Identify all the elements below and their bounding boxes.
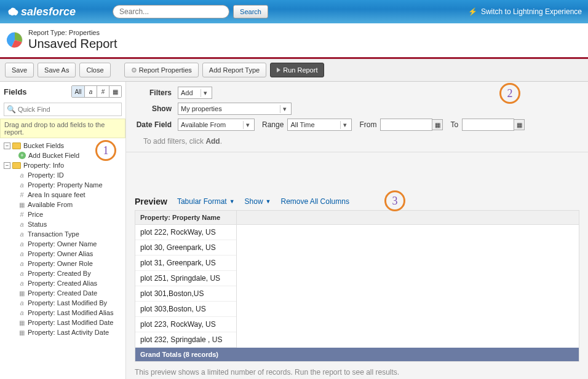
text-type-icon: a [18, 270, 25, 277]
column-header[interactable]: Property: Property Name [135, 211, 236, 225]
filters-panel: Filters Add▾ Show My properties▾ Date Fi… [126, 82, 588, 152]
drag-drop-hint: Drag and drop to add fields to the repor… [0, 119, 125, 138]
collapse-icon[interactable]: − [4, 162, 10, 169]
collapse-icon[interactable]: − [4, 143, 10, 149]
field-item[interactable]: aProperty: Last Modified By [18, 298, 123, 308]
pill-number[interactable]: # [97, 86, 109, 97]
date-type-icon: ▦ [18, 201, 25, 208]
field-item[interactable]: #Area In square feet [18, 190, 123, 200]
text-type-icon: a [18, 299, 25, 307]
date-type-icon: ▦ [18, 319, 25, 326]
field-item[interactable]: ▦Property: Last Activity Date [18, 327, 123, 337]
field-item[interactable]: aStatus [18, 219, 123, 229]
field-item[interactable]: aProperty: Owner Role [18, 259, 123, 268]
number-type-icon: # [18, 191, 25, 198]
table-row[interactable]: plot 251, Springdale, US [135, 271, 236, 286]
search-input[interactable] [113, 5, 229, 18]
field-item[interactable]: aProperty: Last Modified Alias [18, 308, 123, 318]
field-item[interactable]: aProperty: Created By [18, 268, 123, 278]
property-info-folder[interactable]: − Property: Info [2, 160, 123, 170]
calendar-icon[interactable]: ▦ [432, 119, 443, 130]
from-date-input[interactable] [380, 119, 432, 131]
remove-all-columns-link[interactable]: Remove All Columns [281, 197, 349, 206]
table-row[interactable]: plot 223, RockWay, US [135, 317, 236, 332]
add-icon: + [18, 152, 26, 159]
report-name: Unsaved Report [28, 37, 117, 51]
add-filters-hint: To add filters, click Add. [135, 135, 582, 146]
chevron-down-icon: ▾ [201, 89, 209, 97]
table-row[interactable]: plot 303,Boston, US [135, 302, 236, 317]
field-label: Property: Created By [28, 270, 91, 277]
lightning-icon: ⚡ [468, 7, 477, 16]
add-filter-dropdown[interactable]: Add▾ [178, 87, 212, 99]
field-item[interactable]: aProperty: Property Name [18, 180, 123, 190]
calendar-icon[interactable]: ▦ [514, 119, 525, 130]
folder-icon [12, 143, 21, 149]
field-item[interactable]: aProperty: ID [18, 170, 123, 180]
text-type-icon: a [18, 260, 25, 267]
empty-column-header [237, 211, 579, 225]
chevron-down-icon: ▾ [243, 121, 252, 129]
field-label: Property: Owner Alias [28, 250, 93, 257]
text-type-icon: a [18, 171, 25, 179]
table-row[interactable]: plot 31, Greenpark, US [135, 256, 236, 271]
preview-header: Preview Tabular Format▼ Show▼ Remove All… [126, 189, 588, 210]
field-item[interactable]: #Price [18, 209, 123, 219]
field-label: Property: Created Alias [28, 279, 97, 287]
save-as-button[interactable]: Save As [38, 63, 76, 77]
pill-date[interactable]: ▦ [109, 86, 121, 97]
report-toolbar: Save Save As Close ⚙ Report Properties A… [0, 59, 588, 82]
field-item[interactable]: ▦Property: Last Modified Date [18, 318, 123, 327]
preview-heading: Preview [135, 197, 167, 206]
pill-text[interactable]: a [84, 86, 97, 97]
switch-to-lightning-link[interactable]: ⚡ Switch to Lightning Experience [468, 7, 582, 16]
save-button[interactable]: Save [5, 63, 34, 77]
date-field-dropdown[interactable]: Available From▾ [178, 119, 255, 131]
field-label: Area In square feet [28, 191, 85, 198]
text-type-icon: a [18, 181, 25, 189]
field-label: Price [28, 211, 43, 218]
field-label: Property: Last Modified Alias [28, 309, 113, 316]
field-item[interactable]: ▦Property: Created Date [18, 288, 123, 298]
quick-find-input[interactable] [4, 103, 122, 116]
field-item[interactable]: aProperty: Created Alias [18, 278, 123, 288]
close-button[interactable]: Close [79, 63, 110, 77]
search-button[interactable]: Search [233, 5, 268, 18]
from-label: From [359, 120, 376, 129]
add-report-type-button[interactable]: Add Report Type [202, 63, 266, 77]
field-label: Property: Last Modified Date [28, 319, 113, 326]
field-item[interactable]: ▦Available From [18, 200, 123, 209]
show-dropdown-preview[interactable]: Show▼ [245, 197, 271, 206]
tabular-format-dropdown[interactable]: Tabular Format▼ [177, 197, 235, 206]
number-type-icon: # [18, 211, 25, 218]
to-date-input[interactable] [462, 119, 514, 131]
date-type-icon: ▦ [18, 290, 25, 297]
table-row[interactable]: plot 301,Boston,US [135, 286, 236, 302]
chevron-down-icon: ▼ [229, 198, 235, 205]
range-dropdown[interactable]: All Time▾ [287, 119, 352, 131]
field-label: Property: Last Activity Date [28, 329, 109, 336]
table-row[interactable]: plot 30, Greenpark, US [135, 240, 236, 256]
text-type-icon: a [18, 309, 25, 316]
annotation-2: 2 [499, 83, 520, 104]
report-properties-button[interactable]: ⚙ Report Properties [124, 63, 199, 77]
field-item[interactable]: aTransaction Type [18, 229, 123, 239]
salesforce-logo: salesforce [6, 6, 76, 18]
annotation-3: 3 [384, 190, 405, 211]
pill-all[interactable]: All [72, 86, 84, 97]
field-item[interactable]: aProperty: Owner Alias [18, 249, 123, 259]
report-title-bar: Report Type: Properties Unsaved Report [0, 23, 588, 59]
folder-icon [12, 162, 21, 169]
run-report-button[interactable]: Run Report [270, 63, 324, 77]
field-item[interactable]: aProperty: Owner Name [18, 239, 123, 249]
table-row[interactable]: plot 232, Springdale , US [135, 332, 236, 348]
field-label: Available From [28, 201, 73, 208]
table-row[interactable]: plot 222, RockWay, US [135, 225, 236, 240]
show-dropdown[interactable]: My properties▾ [178, 103, 292, 115]
text-type-icon: a [18, 240, 25, 248]
search-icon: 🔍 [7, 105, 16, 114]
global-search: Search [113, 5, 268, 18]
field-label: Property: Last Modified By [28, 299, 107, 307]
show-label: Show [135, 104, 178, 113]
report-type-label: Report Type: Properties [28, 29, 100, 36]
